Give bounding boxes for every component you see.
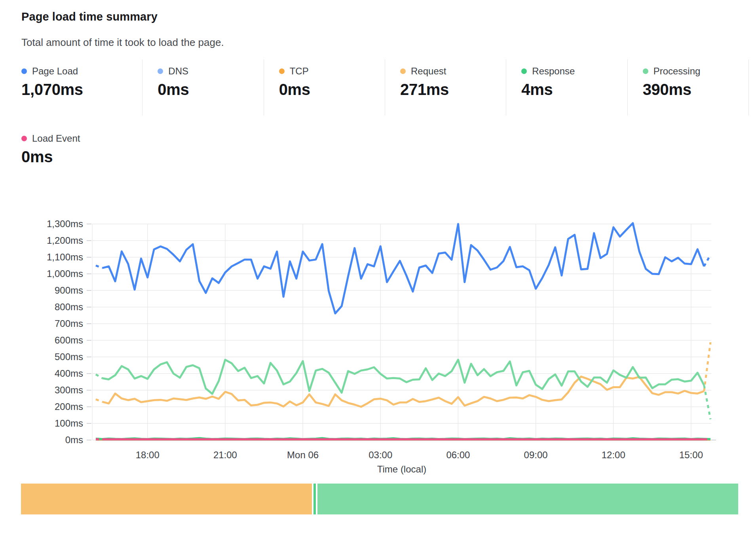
y-axis-label: 0ms [65, 434, 83, 445]
legend-label: Response [532, 66, 575, 77]
y-axis-label: 1,300ms [47, 218, 83, 229]
y-axis-label: 900ms [55, 285, 83, 296]
legend-value: 390ms [643, 81, 748, 99]
legend-item-load-event: Load Event0ms [21, 133, 80, 166]
legend-stats-row-2: Load Event0ms [21, 133, 80, 166]
legend-item-page-load: Page Load1,070ms [21, 59, 142, 116]
page: { "header": { "title": "Page load time s… [0, 0, 756, 535]
legend-label: Request [411, 66, 446, 77]
legend-value: 271ms [400, 81, 506, 99]
x-axis-label: 15:00 [679, 450, 703, 460]
page-load-series-dot-icon [21, 68, 27, 74]
series-line-processing [102, 360, 704, 394]
processing-series-dot-icon [643, 68, 648, 74]
x-axis-label: Mon 06 [287, 450, 319, 460]
x-axis-label: 12:00 [602, 450, 625, 460]
page-load-time-chart[interactable]: 0ms100ms200ms300ms400ms500ms600ms700ms80… [0, 170, 756, 483]
legend-label: Load Event [32, 133, 80, 144]
legend-item-request: Request271ms [385, 59, 506, 116]
x-axis-label: 03:00 [369, 450, 392, 460]
page-subtitle: Total amount of time it took to load the… [21, 36, 224, 49]
legend-item-response: Response4ms [506, 59, 627, 116]
series-line-request-lead [96, 399, 102, 402]
series-line-page-load-lead [96, 266, 102, 268]
y-axis-label: 400ms [55, 368, 83, 379]
series-line-page-load [102, 223, 704, 313]
legend-label: TCP [290, 66, 309, 77]
legend-stats-row: Page Load1,070msDNS0msTCP0msRequest271ms… [21, 59, 749, 116]
dns-series-dot-icon [158, 68, 163, 74]
y-axis-label: 800ms [55, 302, 83, 312]
y-axis-label: 700ms [55, 318, 83, 329]
series-line-processing-lead [96, 374, 102, 378]
load-event-series-dot-icon [21, 136, 27, 141]
y-axis-label: 1,000ms [47, 268, 83, 279]
bar-segment-request-share [21, 484, 312, 514]
legend-value: 0ms [21, 148, 80, 166]
x-axis-label: 06:00 [446, 450, 470, 460]
bar-segment-processing-share [317, 484, 738, 514]
legend-value: 4ms [521, 81, 627, 99]
x-axis-title: Time (local) [377, 464, 426, 474]
legend-item-processing: Processing390ms [628, 59, 749, 116]
y-axis-label: 1,200ms [47, 235, 83, 246]
x-axis-label: 18:00 [136, 450, 160, 460]
x-axis-label: 21:00 [213, 450, 237, 460]
x-axis-label: 09:00 [524, 450, 548, 460]
response-series-dot-icon [521, 68, 527, 74]
request-series-dot-icon [400, 68, 406, 74]
page-title: Page load time summary [21, 10, 158, 23]
legend-label: Page Load [32, 66, 78, 77]
tcp-series-dot-icon [279, 68, 285, 74]
legend-item-dns: DNS0ms [142, 59, 264, 116]
y-axis-label: 600ms [55, 335, 83, 345]
legend-label: Processing [653, 66, 701, 77]
legend-label: DNS [168, 66, 188, 77]
y-axis-label: 500ms [55, 351, 83, 362]
legend-value: 0ms [279, 81, 385, 99]
legend-value: 1,070ms [21, 81, 142, 99]
legend-value: 0ms [158, 81, 263, 99]
y-axis-label: 1,100ms [47, 252, 83, 262]
y-axis-label: 300ms [55, 385, 83, 395]
series-line-page-load-tail [704, 255, 710, 266]
legend-item-tcp: TCP0ms [264, 59, 385, 116]
y-axis-label: 100ms [55, 418, 83, 429]
y-axis-label: 200ms [55, 401, 83, 412]
load-time-breakdown-bar [21, 484, 738, 514]
bar-segment-response-share [313, 484, 316, 514]
series-line-request-tail [704, 342, 710, 391]
